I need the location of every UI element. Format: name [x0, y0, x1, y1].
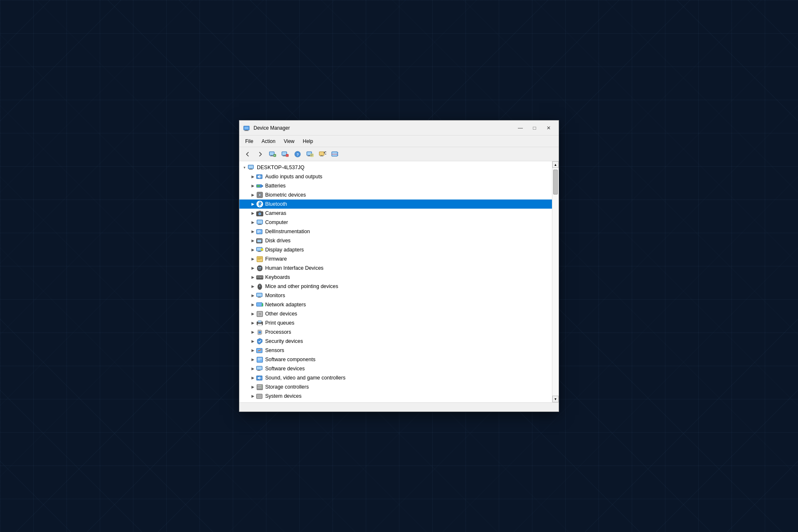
tree-item-sound[interactable]: ▶Sound, video and game controllers — [239, 373, 552, 382]
root-expand-arrow[interactable]: ▾ — [241, 164, 248, 171]
properties-button[interactable] — [304, 149, 316, 160]
tree-item-sensors[interactable]: ▶Sensors — [239, 346, 552, 355]
expand-arrow-cameras[interactable]: ▶ — [249, 210, 256, 217]
tree-item-displayadapters[interactable]: ▶ ⚡Display adapters — [239, 245, 552, 254]
expand-arrow-diskdrives[interactable]: ▶ — [249, 237, 256, 244]
expand-arrow-batteries[interactable]: ▶ — [249, 182, 256, 189]
svg-rect-80 — [259, 276, 260, 277]
menu-view[interactable]: View — [280, 137, 299, 146]
tree-item-biometric[interactable]: ▶Biometric devices — [239, 190, 552, 200]
svg-rect-35 — [249, 165, 253, 168]
expand-arrow-displayadapters[interactable]: ▶ — [249, 246, 256, 253]
svg-rect-5 — [270, 152, 274, 155]
scrollbar-thumb[interactable] — [553, 170, 558, 195]
label-softwaredevices: Software devices — [265, 366, 305, 372]
tree-item-audio[interactable]: ▶Audio inputs and outputs — [239, 172, 552, 181]
expand-arrow-monitors[interactable]: ▶ — [249, 292, 256, 299]
expand-arrow-network[interactable]: ▶ — [249, 301, 256, 308]
menu-file[interactable]: File — [241, 137, 257, 146]
help-button[interactable]: ? — [292, 149, 303, 160]
expand-arrow-other[interactable]: ▶ — [249, 310, 256, 317]
svg-point-134 — [261, 385, 262, 386]
expand-arrow-sound[interactable]: ▶ — [249, 374, 256, 381]
tree-item-bluetooth[interactable]: ▶Bluetooth — [239, 200, 552, 209]
tree-item-computer[interactable]: ▶Computer — [239, 218, 552, 227]
expand-arrow-dellinstr[interactable]: ▶ — [249, 228, 256, 235]
svg-rect-109 — [259, 331, 261, 333]
expand-arrow-audio[interactable]: ▶ — [249, 173, 256, 180]
icon-cameras — [256, 209, 264, 217]
tree-item-keyboards[interactable]: ▶Keyboards — [239, 273, 552, 282]
svg-rect-106 — [258, 324, 261, 325]
tree-view[interactable]: ▾ DESKTOP-4L537JQ ▶Audio inputs and outp… — [239, 161, 552, 402]
tree-item-hid[interactable]: ▶Human Interface Devices — [239, 264, 552, 273]
tree-item-dellinstr[interactable]: ▶DellInstrumentation — [239, 227, 552, 236]
expand-arrow-computer[interactable]: ▶ — [249, 219, 256, 226]
expand-arrow-security[interactable]: ▶ — [249, 338, 256, 345]
scrollbar-up-button[interactable]: ▲ — [552, 161, 559, 168]
expand-arrow-biometric[interactable]: ▶ — [249, 192, 256, 198]
label-other: Other devices — [265, 311, 297, 317]
icon-processors — [256, 328, 264, 336]
menu-help[interactable]: Help — [299, 137, 318, 146]
expand-arrow-bluetooth[interactable]: ▶ — [249, 201, 256, 207]
svg-text:?: ? — [297, 153, 299, 157]
expand-arrow-mice[interactable]: ▶ — [249, 283, 256, 290]
forward-button[interactable] — [254, 149, 266, 160]
label-diskdrives: Disk drives — [265, 238, 291, 244]
tree-item-softwarecomponents[interactable]: ▶Software components — [239, 355, 552, 364]
svg-rect-128 — [257, 370, 261, 371]
tree-item-security[interactable]: ▶Security devices — [239, 337, 552, 346]
expand-arrow-processors[interactable]: ▶ — [249, 329, 256, 335]
expand-arrow-softwaredevices[interactable]: ▶ — [249, 365, 256, 372]
computer-view-button[interactable] — [267, 149, 278, 160]
tree-item-mice[interactable]: ▶Mice and other pointing devices — [239, 282, 552, 291]
close-button[interactable]: ✕ — [542, 123, 555, 133]
device-list-button[interactable]: ! — [279, 149, 291, 160]
expand-arrow-printqueues[interactable]: ▶ — [249, 320, 256, 326]
svg-rect-12 — [283, 156, 286, 156]
toolbar: ! ? — [239, 147, 559, 161]
expand-arrow-sensors[interactable]: ▶ — [249, 347, 256, 354]
tree-item-firmware[interactable]: ▶Firmware — [239, 254, 552, 264]
maximize-button[interactable]: □ — [528, 123, 541, 133]
tree-item-other[interactable]: ▶?Other devices — [239, 309, 552, 318]
expand-arrow-keyboards[interactable]: ▶ — [249, 274, 256, 281]
svg-rect-42 — [257, 185, 260, 187]
scan-button[interactable] — [329, 149, 341, 160]
svg-rect-83 — [257, 277, 258, 278]
expand-arrow-hid[interactable]: ▶ — [249, 265, 256, 271]
scrollbar-track[interactable] — [552, 168, 559, 396]
tree-item-processors[interactable]: ▶Processors — [239, 328, 552, 337]
tree-root-item[interactable]: ▾ DESKTOP-4L537JQ — [239, 163, 552, 172]
icon-storage — [256, 383, 264, 391]
tree-item-monitors[interactable]: ▶Monitors — [239, 291, 552, 300]
scrollbar[interactable]: ▲ ▼ — [552, 161, 559, 402]
tree-item-diskdrives[interactable]: ▶Disk drives — [239, 236, 552, 245]
tree-item-cameras[interactable]: ▶Cameras — [239, 209, 552, 218]
expand-arrow-softwarecomponents[interactable]: ▶ — [249, 356, 256, 363]
expand-arrow-system[interactable]: ▶ — [249, 393, 256, 399]
scrollbar-down-button[interactable]: ▼ — [552, 396, 559, 402]
icon-mice — [256, 283, 264, 290]
tree-item-system[interactable]: ▶System devices — [239, 392, 552, 401]
label-dellinstr: DellInstrumentation — [265, 229, 310, 234]
tree-item-network[interactable]: ▶Network adapters — [239, 300, 552, 309]
tree-item-printqueues[interactable]: ▶Print queues — [239, 318, 552, 328]
back-button[interactable] — [242, 149, 254, 160]
svg-rect-3 — [244, 131, 249, 131]
menu-action[interactable]: Action — [257, 137, 279, 146]
refresh-button[interactable] — [317, 149, 328, 160]
label-cameras: Cameras — [265, 210, 286, 216]
expand-arrow-firmware[interactable]: ▶ — [249, 256, 256, 262]
svg-rect-49 — [259, 211, 261, 212]
svg-rect-41 — [262, 185, 263, 187]
tree-item-storage[interactable]: ▶Storage controllers — [239, 382, 552, 392]
tree-item-batteries[interactable]: ▶Batteries — [239, 181, 552, 190]
svg-rect-95 — [257, 303, 262, 306]
minimize-button[interactable]: — — [514, 123, 527, 133]
svg-rect-61 — [257, 239, 263, 240]
expand-arrow-storage[interactable]: ▶ — [249, 384, 256, 390]
icon-bluetooth — [256, 200, 264, 208]
tree-item-softwaredevices[interactable]: ▶Software devices — [239, 364, 552, 373]
